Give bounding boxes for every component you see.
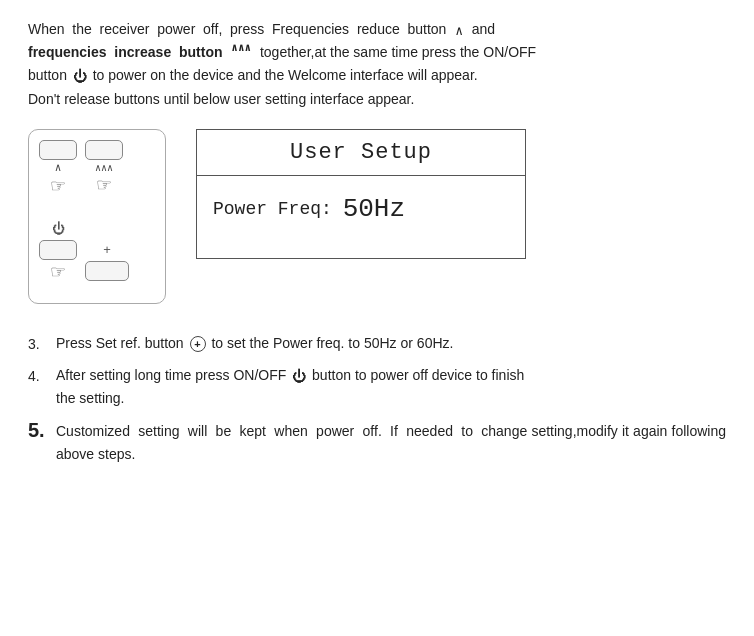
increase-wave-icon: ∧∧∧	[231, 42, 251, 53]
setup-content: Power Freq: 50Hz	[197, 176, 525, 242]
power-btn-group: ⏻ ☞	[39, 221, 77, 281]
device-illustration: ∧ ☞ ∧∧∧ ☞ ⏻ ☞ +	[28, 129, 166, 304]
step-4-num: 4.	[28, 364, 56, 387]
increase-finger-icon: ☞	[96, 176, 112, 194]
step-3-text: Press Set ref. button + to set the Power…	[56, 332, 726, 354]
step-5: 5. Customized setting will be kept when …	[28, 417, 726, 465]
set-ref-icon: +	[190, 336, 206, 352]
power-finger-icon: ☞	[50, 263, 66, 281]
power-icon-step4: ⏻	[292, 365, 306, 387]
power-freq-label: Power Freq:	[213, 199, 332, 219]
device-bottom-row: ⏻ ☞ +	[39, 221, 155, 281]
plus-btn-group: +	[85, 242, 129, 281]
intro-bold-text: frequencies increase button ∧∧∧	[28, 44, 252, 60]
increase-button-rect	[85, 140, 123, 160]
step-4-text: After setting long time press ON/OFF ⏻ b…	[56, 364, 726, 410]
step-3-num: 3.	[28, 332, 56, 355]
reduce-wave-icon: ∧	[455, 24, 463, 37]
increase-btn-group: ∧∧∧ ☞	[85, 140, 123, 194]
intro-paragraph: When the receiver power off, press Frequ…	[28, 18, 726, 111]
intro-line1: When the receiver power off, press Frequ…	[28, 21, 495, 37]
steps-section: 3. Press Set ref. button + to set the Po…	[28, 332, 726, 465]
reduce-wave-label: ∧	[55, 162, 62, 174]
power-button-rect	[39, 240, 77, 260]
power-freq-value: 50Hz	[343, 194, 405, 224]
device-spacer	[39, 203, 155, 209]
intro-line2-rest: together,at the same time press the ON/O…	[256, 44, 536, 60]
device-top-row: ∧ ☞ ∧∧∧ ☞	[39, 140, 155, 195]
plus-symbol-top: +	[103, 242, 111, 257]
reduce-button-rect	[39, 140, 77, 160]
plus-button-rect	[85, 261, 129, 281]
intro-line4: Don't release buttons until below user s…	[28, 91, 414, 107]
diagram-row: ∧ ☞ ∧∧∧ ☞ ⏻ ☞ +	[28, 129, 726, 304]
increase-wave-label: ∧∧∧	[95, 162, 113, 173]
step-5-text: Customized setting will be kept when pow…	[56, 417, 726, 465]
step-5-num: 5.	[28, 417, 56, 443]
setup-title: User Setup	[197, 130, 525, 176]
power-symbol-top: ⏻	[52, 221, 65, 236]
step-4: 4. After setting long time press ON/OFF …	[28, 364, 726, 410]
power-icon-inline: ⏻	[73, 65, 87, 88]
reduce-btn-group: ∧ ☞	[39, 140, 77, 195]
intro-line3: button ⏻ to power on the device and the …	[28, 67, 478, 83]
reduce-finger-icon: ☞	[50, 177, 66, 195]
step-3: 3. Press Set ref. button + to set the Po…	[28, 332, 726, 355]
user-setup-box: User Setup Power Freq: 50Hz	[196, 129, 526, 259]
